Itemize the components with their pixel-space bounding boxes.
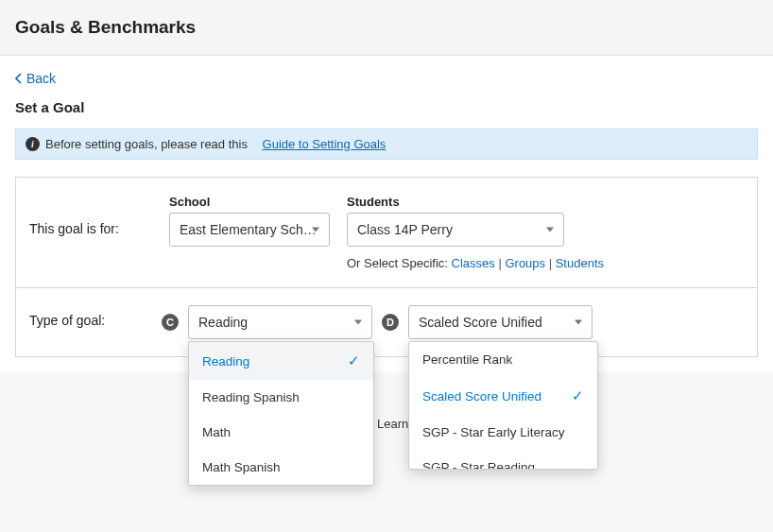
students-link[interactable]: Students (556, 256, 604, 270)
subject-option[interactable]: Reading Spanish (189, 380, 373, 415)
subject-option[interactable]: Reading ✓ (189, 342, 373, 380)
back-link[interactable]: Back (15, 71, 56, 86)
chevron-down-icon (312, 228, 319, 232)
metric-dropdown-wrap: Scaled Score Unified Percentile Rank Sca… (408, 305, 593, 339)
school-label: School (169, 195, 330, 209)
school-selected: East Elementary Sch… (180, 222, 317, 237)
students-select[interactable]: Class 14P Perry (347, 213, 564, 247)
groups-link[interactable]: Groups (505, 256, 545, 270)
metric-option[interactable]: Scaled Score Unified ✓ (409, 377, 597, 415)
subject-dropdown-menu: Reading ✓ Reading Spanish Math Math Span… (188, 341, 374, 486)
subject-option[interactable]: Math Spanish (189, 450, 373, 485)
metric-option[interactable]: Percentile Rank (409, 342, 597, 377)
goal-target-row: This goal is for: School East Elementary… (16, 178, 757, 288)
chevron-down-icon (546, 228, 554, 232)
subject-option[interactable]: Math (189, 415, 373, 450)
badge-c: C (162, 314, 179, 331)
students-selected: Class 14P Perry (357, 222, 453, 237)
chevron-down-icon (354, 320, 362, 325)
school-field: School East Elementary Sch… (169, 195, 330, 247)
students-field: Students Class 14P Perry Or Select Speci… (347, 195, 604, 270)
page-content: Back Set a Goal i Before setting goals, … (0, 56, 773, 372)
subject-dropdown-wrap: Reading Reading ✓ Reading Spanish Math (188, 305, 372, 339)
chevron-down-icon (575, 320, 582, 325)
classes-link[interactable]: Classes (452, 256, 495, 270)
students-label: Students (347, 195, 604, 209)
info-banner: i Before setting goals, please read this… (15, 129, 758, 160)
check-icon: ✓ (572, 387, 584, 404)
guide-link[interactable]: Guide to Setting Goals (263, 137, 386, 151)
back-label: Back (26, 71, 56, 86)
students-subtext: Or Select Specific: Classes | Groups | S… (347, 256, 604, 270)
page-header: Goals & Benchmarks (0, 0, 773, 56)
goal-row-label: This goal is for: (29, 195, 152, 236)
metric-select[interactable]: Scaled Score Unified (408, 305, 593, 339)
chevron-left-icon (15, 73, 23, 84)
learn-text: Learn (377, 417, 408, 431)
check-icon: ✓ (348, 352, 360, 369)
metric-selected: Scaled Score Unified (419, 315, 542, 330)
subject-select[interactable]: Reading (188, 305, 372, 339)
info-text: Before setting goals, please read this (45, 137, 248, 151)
type-row-label: Type of goal: (29, 305, 152, 328)
subject-selected: Reading (198, 315, 248, 330)
page-title: Goals & Benchmarks (15, 17, 758, 38)
goal-type-row: Type of goal: C Reading Reading ✓ Readin… (16, 288, 757, 356)
badge-d: D (382, 314, 399, 331)
metric-option[interactable]: SGP - Star Reading (409, 450, 597, 469)
school-select[interactable]: East Elementary Sch… (169, 213, 330, 247)
metric-option[interactable]: SGP - Star Early Literacy (409, 415, 597, 450)
goal-panel: This goal is for: School East Elementary… (15, 177, 758, 357)
page-subtitle: Set a Goal (15, 99, 758, 115)
info-icon: i (26, 137, 40, 151)
metric-dropdown-menu: Percentile Rank Scaled Score Unified ✓ S… (408, 341, 598, 470)
